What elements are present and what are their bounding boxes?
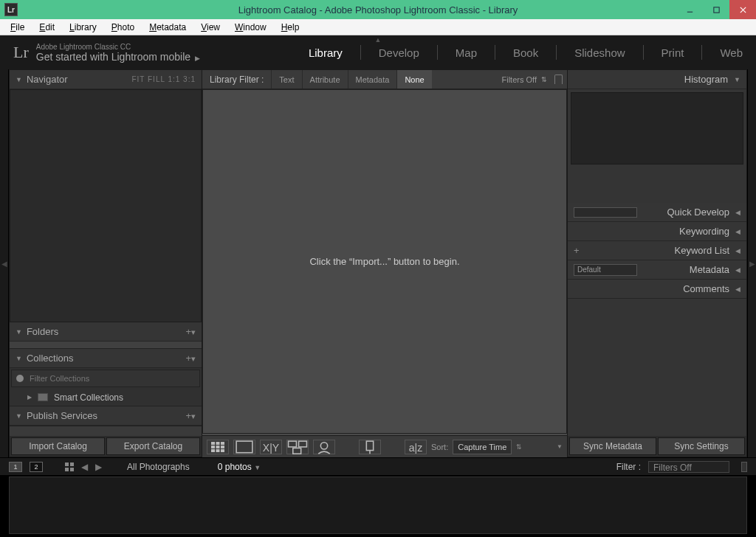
chevron-down-icon: ▼ — [16, 355, 22, 362]
smart-collection-icon — [38, 393, 48, 401]
sync-metadata-button[interactable]: Sync Metadata — [569, 437, 656, 455]
secondary-display-button[interactable]: 2 — [30, 462, 43, 472]
add-publish-button[interactable]: +▾ — [185, 410, 196, 421]
chevron-left-icon: ◀ — [735, 266, 740, 274]
chevron-left-icon: ◀ — [735, 228, 740, 235]
folders-title: Folders — [27, 326, 181, 337]
compare-view-button[interactable]: X|Y — [260, 440, 282, 454]
window-minimize-button[interactable] — [676, 0, 703, 19]
left-panel-toggle[interactable]: ◀ — [0, 69, 9, 457]
module-develop[interactable]: Develop — [379, 46, 419, 59]
quick-develop-preset-select[interactable] — [574, 207, 637, 218]
add-collection-button[interactable]: +▾ — [185, 353, 196, 364]
svg-rect-15 — [289, 441, 297, 447]
identity-plate[interactable]: Lr Adobe Lightroom Classic CC Get starte… — [13, 43, 200, 63]
smart-collections-row[interactable]: ▶ Smart Collections — [10, 389, 202, 406]
window-close-button[interactable] — [729, 0, 756, 19]
histogram-header[interactable]: Histogram ▼ — [568, 70, 746, 89]
menu-edit[interactable]: Edit — [32, 21, 62, 34]
filter-text-tab[interactable]: Text — [271, 70, 301, 89]
export-catalog-button[interactable]: Export Catalog — [106, 437, 200, 455]
filmstrip-filter-label: Filter : — [616, 462, 641, 472]
collections-header[interactable]: ▼ Collections +▾ — [10, 349, 202, 368]
chevron-right-icon: ▶ — [195, 55, 200, 62]
menu-view[interactable]: View — [193, 21, 227, 34]
nav-forward-button[interactable]: ▶ — [95, 462, 102, 472]
chevron-left-icon: ◀ — [735, 247, 740, 254]
module-web[interactable]: Web — [720, 46, 743, 59]
lock-icon[interactable] — [554, 75, 563, 84]
sort-value-dropdown[interactable]: Capture Time — [453, 440, 512, 454]
library-filter-label: Library Filter : — [210, 75, 264, 85]
add-keyword-button[interactable]: + — [574, 245, 580, 256]
keywording-header[interactable]: Keywording ◀ — [568, 222, 746, 241]
photo-count: 0 photos ▼ — [218, 462, 261, 472]
navigator-header[interactable]: ▼ Navigator FIT FILL 1:1 3:1 — [10, 70, 202, 89]
metadata-header[interactable]: Default Metadata ◀ — [568, 260, 746, 280]
menu-library[interactable]: Library — [62, 21, 104, 34]
navigator-zoom-options[interactable]: FIT FILL 1:1 3:1 — [131, 75, 196, 83]
menu-photo[interactable]: Photo — [104, 21, 142, 34]
svg-text:a|z: a|z — [409, 442, 422, 454]
folders-volume-bar[interactable] — [10, 342, 202, 349]
filter-collections-input[interactable] — [28, 373, 195, 384]
filter-attribute-tab[interactable]: Attribute — [302, 70, 348, 89]
sync-settings-button[interactable]: Sync Settings — [658, 437, 745, 455]
filmstrip-filter-select[interactable]: Filters Off — [648, 461, 729, 473]
navigator-preview — [10, 89, 202, 322]
filmstrip[interactable] — [9, 477, 747, 534]
publish-body — [10, 426, 202, 436]
module-library[interactable]: Library — [309, 46, 343, 59]
svg-point-18 — [320, 442, 327, 448]
publish-header[interactable]: ▼ Publish Services +▾ — [10, 406, 202, 426]
survey-view-button[interactable] — [286, 440, 309, 454]
menu-metadata[interactable]: Metadata — [142, 21, 193, 34]
right-panel-toggle[interactable]: ▶ — [747, 69, 756, 457]
chevron-down-icon: ▼ — [16, 412, 22, 420]
left-panel-buttons: Import Catalog Export Catalog — [10, 436, 202, 457]
metadata-preset-select[interactable]: Default — [574, 264, 637, 276]
chevron-down-icon: ▼ — [734, 76, 740, 83]
module-print[interactable]: Print — [662, 46, 684, 59]
import-catalog-button[interactable]: Import Catalog — [11, 437, 105, 455]
people-view-button[interactable] — [313, 440, 335, 454]
quick-develop-header[interactable]: Quick Develop ◀ — [568, 203, 746, 222]
primary-display-button[interactable]: 1 — [9, 462, 22, 472]
source-breadcrumb[interactable]: All Photographs — [127, 462, 190, 472]
menu-window[interactable]: Window — [227, 21, 274, 34]
filter-none-tab[interactable]: None — [396, 70, 431, 89]
keyword-list-header[interactable]: + Keyword List ◀ — [568, 241, 746, 260]
grid-view-button[interactable] — [207, 440, 229, 454]
svg-rect-5 — [216, 442, 220, 445]
svg-rect-6 — [221, 442, 224, 445]
module-slideshow[interactable]: Slideshow — [574, 46, 625, 59]
loupe-view-button[interactable] — [233, 440, 255, 454]
filter-lock-icon[interactable] — [741, 462, 747, 472]
chevron-updown-icon: ⇅ — [541, 76, 547, 83]
svg-rect-24 — [65, 468, 69, 471]
window-maximize-button[interactable] — [703, 0, 729, 19]
svg-rect-12 — [221, 449, 224, 452]
comments-header[interactable]: Comments ◀ — [568, 280, 746, 299]
chevron-down-icon[interactable]: ▼ — [557, 443, 563, 450]
nav-back-button[interactable]: ◀ — [81, 462, 88, 472]
filter-metadata-tab[interactable]: Metadata — [348, 70, 397, 89]
metadata-title: Metadata — [690, 264, 729, 275]
sort-direction-button[interactable]: a|z — [405, 440, 427, 454]
menu-file[interactable]: File — [3, 21, 32, 34]
keyword-list-title: Keyword List — [675, 245, 729, 256]
module-map[interactable]: Map — [456, 46, 477, 59]
publish-title: Publish Services — [27, 410, 181, 421]
histogram-body — [571, 92, 743, 164]
filter-collections-field[interactable] — [11, 370, 200, 387]
comments-title: Comments — [683, 283, 729, 294]
painter-tool-button[interactable] — [359, 440, 381, 454]
grid-icon[interactable] — [65, 462, 74, 471]
quick-develop-title: Quick Develop — [667, 207, 729, 218]
folders-header[interactable]: ▼ Folders +▾ — [10, 322, 202, 342]
menu-help[interactable]: Help — [274, 21, 307, 34]
filters-off-dropdown[interactable]: Filters Off — [502, 75, 537, 84]
window-titlebar: Lr Lightroom Catalog - Adobe Photoshop L… — [0, 0, 756, 19]
add-folder-button[interactable]: +▾ — [185, 326, 196, 337]
module-book[interactable]: Book — [513, 46, 538, 59]
